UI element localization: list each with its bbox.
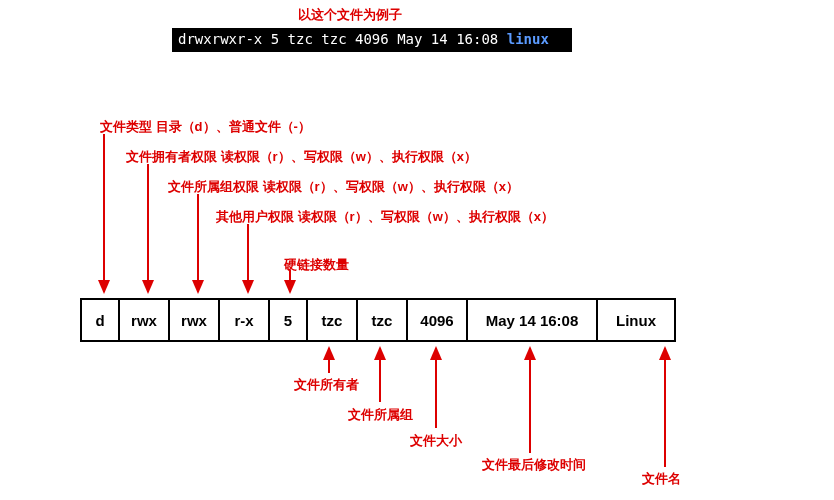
permission-breakdown-table: drwxrwxr-x5tzctzc4096May 14 16:08Linux <box>80 298 676 342</box>
cell-5: tzc <box>306 298 356 342</box>
label-mtime: 文件最后修改时间 <box>482 456 586 474</box>
cell-1: rwx <box>118 298 168 342</box>
cell-0: d <box>80 298 118 342</box>
terminal-filename: linux <box>507 31 549 47</box>
label-filename: 文件名 <box>642 470 681 488</box>
cell-3: r-x <box>218 298 268 342</box>
label-group: 文件所属组 <box>348 406 413 424</box>
cell-4: 5 <box>268 298 306 342</box>
label-owner-perm: 文件拥有者权限 读权限（r）、写权限（w）、执行权限（x） <box>126 148 477 166</box>
label-owner: 文件所有者 <box>294 376 359 394</box>
cell-2: rwx <box>168 298 218 342</box>
label-hardlink: 硬链接数量 <box>284 256 349 274</box>
terminal-example: drwxrwxr-x 5 tzc tzc 4096 May 14 16:08 l… <box>172 28 572 52</box>
label-file-type: 文件类型 目录（d）、普通文件（-） <box>100 118 311 136</box>
cell-6: tzc <box>356 298 406 342</box>
terminal-text: drwxrwxr-x 5 tzc tzc 4096 May 14 16:08 <box>178 31 498 47</box>
label-group-perm: 文件所属组权限 读权限（r）、写权限（w）、执行权限（x） <box>168 178 519 196</box>
cell-7: 4096 <box>406 298 466 342</box>
annotation-arrows <box>0 0 834 500</box>
label-other-perm: 其他用户权限 读权限（r）、写权限（w）、执行权限（x） <box>216 208 554 226</box>
label-size: 文件大小 <box>410 432 462 450</box>
caption-top: 以这个文件为例子 <box>298 6 402 24</box>
cell-8: May 14 16:08 <box>466 298 596 342</box>
cell-9: Linux <box>596 298 676 342</box>
